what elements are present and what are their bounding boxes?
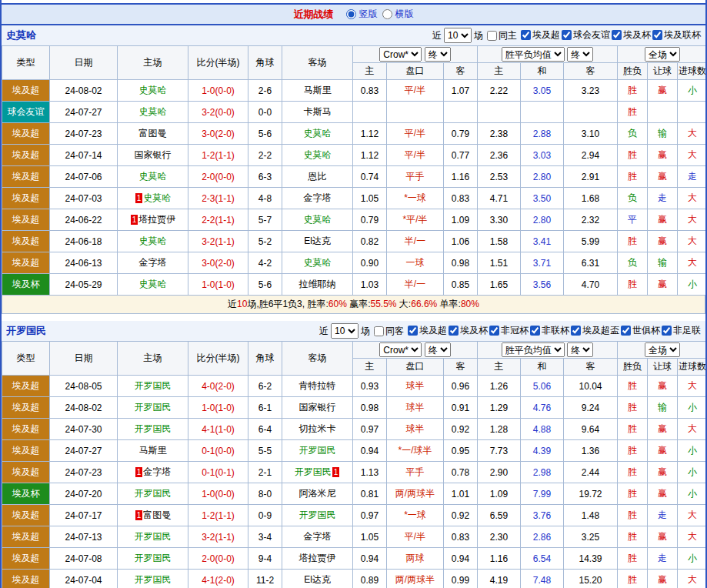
score-cell[interactable]: 4-1(2-0)	[188, 570, 248, 588]
league-filter[interactable]: 埃及超	[406, 324, 447, 337]
league-checkbox[interactable]	[562, 30, 572, 40]
league-checkbox[interactable]	[662, 326, 672, 336]
league-checkbox[interactable]	[652, 30, 662, 40]
league-filter[interactable]: 球会友谊	[560, 28, 610, 42]
odds-stage-select[interactable]: 终	[425, 342, 451, 357]
home-team-link[interactable]: 开罗国民	[135, 531, 172, 542]
home-team-link[interactable]: 史莫哈	[139, 279, 167, 289]
score-cell[interactable]: 3-2(1-1)	[188, 231, 248, 252]
away-team-link[interactable]: 阿洛米尼	[299, 488, 336, 499]
score-cell[interactable]: 1-0(0-0)	[188, 80, 248, 102]
score-cell[interactable]: 4-0(2-0)	[188, 376, 248, 397]
away-team-link[interactable]: 切拉米卡	[299, 423, 336, 434]
away-team-link[interactable]: 金字塔	[304, 531, 332, 542]
league-checkbox[interactable]	[449, 326, 459, 336]
vertical-radio[interactable]	[346, 9, 356, 19]
eu-stage-select[interactable]: 终	[567, 342, 593, 357]
league-checkbox[interactable]	[571, 326, 581, 336]
home-team-link[interactable]: 史莫哈	[139, 171, 167, 182]
away-team-link[interactable]: 史莫哈	[304, 214, 332, 225]
away-team-link[interactable]: 肯特拉特	[299, 380, 336, 391]
home-team-link[interactable]: 开罗国民	[135, 380, 172, 391]
score-cell[interactable]: 3-2(1-1)	[188, 526, 248, 548]
league-checkbox[interactable]	[612, 30, 622, 40]
away-team-link[interactable]: 史莫哈	[304, 149, 332, 160]
away-team-link[interactable]: 卡斯马	[304, 106, 332, 117]
score-cell[interactable]: 4-1(1-0)	[188, 419, 248, 440]
home-team-link[interactable]: 国家银行	[135, 149, 172, 160]
away-team-link[interactable]: 开罗国民	[299, 445, 336, 456]
home-team-link[interactable]: 开罗国民	[135, 402, 172, 413]
eu-stage-select[interactable]: 终	[567, 47, 593, 62]
league-filter[interactable]: 埃及超盃	[569, 324, 619, 337]
same-venue-filter[interactable]: 同客	[372, 325, 404, 338]
league-checkbox[interactable]	[408, 326, 418, 336]
home-team-link[interactable]: 开罗国民	[135, 574, 172, 585]
league-filter[interactable]: 埃及杯	[610, 28, 651, 42]
same-venue-filter[interactable]: 同主	[485, 29, 517, 42]
league-filter[interactable]: 非冠杯	[488, 324, 529, 337]
score-cell[interactable]: 1-0(1-0)	[188, 274, 248, 296]
league-filter[interactable]: 埃及杯	[447, 324, 488, 337]
score-cell[interactable]: 1-0(0-0)	[188, 483, 248, 505]
match-count-select[interactable]: 10	[444, 28, 472, 43]
away-team-link[interactable]: 恩比	[308, 171, 327, 182]
league-checkbox[interactable]	[489, 326, 499, 336]
away-team-link[interactable]: El达克	[304, 236, 331, 246]
home-team-link[interactable]: 塔拉贾伊	[138, 214, 175, 225]
home-team-link[interactable]: 史莫哈	[143, 192, 171, 203]
score-cell[interactable]: 1-0(1-0)	[188, 397, 248, 419]
home-team-link[interactable]: 开罗国民	[135, 488, 172, 499]
home-team-link[interactable]: 金字塔	[143, 466, 171, 477]
home-team-link[interactable]: 史莫哈	[139, 106, 167, 117]
away-team-link[interactable]: El达克	[304, 574, 331, 585]
home-team-link[interactable]: 开罗国民	[135, 553, 172, 563]
away-team-link[interactable]: 金字塔	[304, 192, 332, 203]
score-cell[interactable]: 0-1(0-0)	[188, 440, 248, 462]
same-venue-checkbox[interactable]	[374, 326, 384, 336]
league-checkbox[interactable]	[530, 326, 540, 336]
away-team-link[interactable]: 拉维耶纳	[299, 279, 336, 289]
away-team-link[interactable]: 马斯里	[304, 85, 332, 95]
layout-option-horizontal[interactable]: 横版	[381, 8, 414, 21]
league-checkbox[interactable]	[521, 30, 531, 40]
away-team-link[interactable]: 史莫哈	[304, 257, 332, 268]
score-cell[interactable]: 1-2(1-1)	[188, 505, 248, 526]
score-cell[interactable]: 2-2(1-1)	[188, 209, 248, 231]
match-count-select[interactable]: 10	[331, 323, 359, 339]
away-team-link[interactable]: 开罗国民	[295, 466, 332, 477]
home-team-link[interactable]: 史莫哈	[139, 236, 167, 246]
league-filter[interactable]: 非联杯	[529, 324, 569, 337]
horizontal-radio[interactable]	[382, 9, 392, 19]
score-cell[interactable]: 2-0(0-0)	[188, 166, 248, 188]
league-filter[interactable]: 非足联	[660, 324, 701, 337]
home-team-link[interactable]: 富图曼	[143, 509, 171, 520]
away-team-link[interactable]: 国家银行	[299, 402, 336, 413]
score-cell[interactable]: 1-2(1-1)	[188, 145, 248, 166]
score-cell[interactable]: 3-0(2-0)	[188, 123, 248, 145]
layout-option-vertical[interactable]: 竖版	[345, 8, 378, 21]
home-team-link[interactable]: 开罗国民	[135, 423, 172, 434]
away-team-link[interactable]: 塔拉贾伊	[299, 553, 336, 563]
score-cell[interactable]: 0-1(0-1)	[188, 462, 248, 483]
odds-stage-select[interactable]: 终	[425, 47, 451, 62]
eu-odds-select[interactable]: 胜平负均值	[502, 47, 565, 62]
away-team-link[interactable]: 开罗国民	[299, 509, 336, 520]
score-cell[interactable]: 3-2(0-0)	[188, 102, 248, 123]
score-cell[interactable]: 2-3(1-1)	[188, 188, 248, 209]
league-filter[interactable]: 埃及超	[519, 28, 560, 42]
home-team-link[interactable]: 金字塔	[139, 257, 167, 268]
home-team-link[interactable]: 马斯里	[139, 445, 167, 456]
odds-company-select[interactable]: Crow*	[379, 342, 422, 357]
score-cell[interactable]: 3-0(2-0)	[188, 252, 248, 274]
league-filter[interactable]: 埃及联杯	[651, 28, 701, 42]
home-team-link[interactable]: 富图曼	[139, 128, 167, 139]
eu-odds-select[interactable]: 胜平负均值	[502, 342, 565, 357]
home-team-link[interactable]: 史莫哈	[139, 85, 167, 95]
odds-company-select[interactable]: Crow*	[379, 47, 422, 62]
scope-select[interactable]: 全场	[645, 47, 680, 62]
league-checkbox[interactable]	[621, 326, 631, 336]
same-venue-checkbox[interactable]	[487, 31, 497, 41]
scope-select[interactable]: 全场	[645, 342, 680, 357]
away-team-link[interactable]: 史莫哈	[304, 128, 332, 139]
